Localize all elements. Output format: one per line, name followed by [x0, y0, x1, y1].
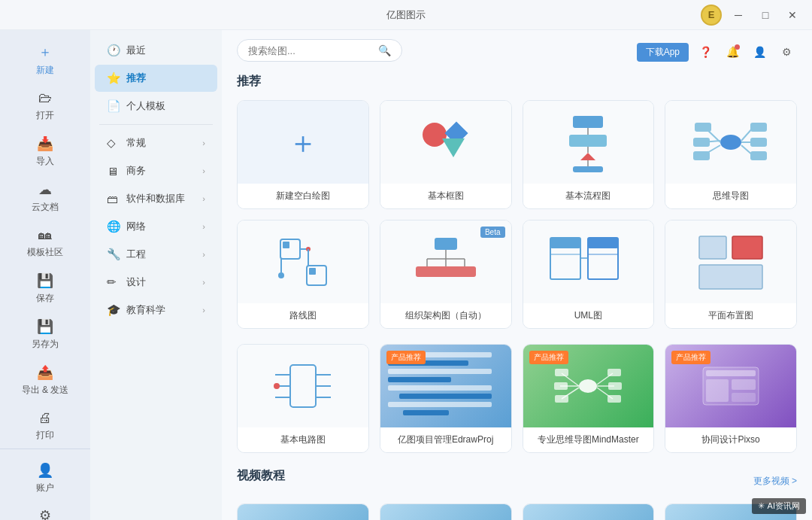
cat-item-engineering[interactable]: 🔧 工程 ›: [95, 241, 217, 268]
svg-rect-75: [732, 379, 756, 390]
video-section-title: 视频教程: [237, 468, 285, 484]
video-card-3[interactable]: ▶: [523, 503, 655, 520]
design-icon: ✏: [107, 275, 120, 289]
template-basic-flow[interactable]: 基本流程图: [523, 100, 655, 209]
svg-rect-20: [750, 138, 767, 147]
settings-icon[interactable]: ⚙: [776, 41, 797, 62]
video-grid: ▶ ▶ ▶ ▶: [237, 503, 797, 520]
template-basic-frame[interactable]: 基本框图: [380, 100, 512, 209]
network-icon: 🌐: [107, 220, 120, 233]
education-icon: 🎓: [107, 303, 120, 317]
flow-svg: [554, 112, 622, 172]
sidebar-item-saveas[interactable]: 💾 另存为: [5, 312, 86, 357]
video-card-1[interactable]: ▶: [237, 503, 369, 520]
sidebar-item-new[interactable]: ＋ 新建: [5, 37, 86, 83]
svg-rect-67: [607, 369, 621, 376]
sidebar-item-open[interactable]: 🗁 打开: [5, 84, 86, 128]
promo-badge-pixso: 产品推荐: [671, 351, 710, 364]
play-icon-2: ▶: [439, 517, 452, 520]
arrow-icon-6: ›: [202, 278, 205, 287]
cat-item-general[interactable]: ◇ 常规 ›: [95, 129, 217, 157]
app-title: 亿图图示: [386, 8, 426, 22]
new-icon: ＋: [38, 43, 52, 61]
flow-label: 基本流程图: [523, 184, 654, 208]
svg-rect-49: [732, 236, 762, 259]
promo-badge-mind: 产品推荐: [529, 351, 568, 364]
arrow-icon-7: ›: [202, 306, 205, 315]
svg-rect-32: [435, 238, 457, 250]
search-icon: 🔍: [378, 44, 391, 56]
cat-item-recent[interactable]: 🕐 最近: [95, 37, 217, 64]
recommend-section-title: 推荐: [237, 74, 797, 90]
cat-item-personal[interactable]: 📄 个人模板: [95, 93, 217, 120]
maximize-button[interactable]: □: [755, 5, 776, 26]
template-mindmaster[interactable]: 产品推荐 专业思维导图MindMaster: [523, 344, 655, 453]
sidebar-item-cloud[interactable]: ☁ 云文档: [5, 175, 86, 220]
user-menu-icon[interactable]: 👤: [749, 41, 770, 62]
mindmaster-thumb: 产品推荐: [523, 345, 654, 427]
cat-item-network[interactable]: 🌐 网络 ›: [95, 213, 217, 240]
svg-rect-48: [699, 236, 726, 259]
cat-item-business[interactable]: 🖥 商务 ›: [95, 157, 217, 184]
svg-rect-63: [554, 382, 568, 390]
more-videos-link[interactable]: 更多视频 >: [753, 475, 797, 488]
sidebar-item-print[interactable]: 🖨 打印: [5, 404, 86, 448]
template-mind-map[interactable]: 思维导图: [665, 100, 797, 209]
floor-svg: [693, 230, 768, 294]
template-grid: ＋ 新建空白绘图 基本框图: [237, 100, 797, 329]
route-thumb: [238, 220, 368, 303]
sidebar-item-import[interactable]: 📥 导入: [5, 129, 86, 174]
template-route[interactable]: 路线图: [237, 220, 369, 329]
cat-item-software[interactable]: 🗃 软件和数据库 ›: [95, 185, 217, 212]
cat-item-design[interactable]: ✏ 设计 ›: [95, 269, 217, 296]
sidebar-item-save[interactable]: 💾 保存: [5, 266, 86, 311]
svg-rect-28: [309, 268, 316, 275]
svg-rect-42: [550, 238, 580, 248]
svg-rect-45: [588, 238, 618, 248]
recommend-icon: ⭐: [107, 71, 120, 85]
user-avatar[interactable]: E: [701, 5, 722, 26]
svg-rect-65: [555, 395, 568, 403]
cat-item-education[interactable]: 🎓 教育科学 ›: [95, 296, 217, 324]
sidebar-item-account[interactable]: 👤 账户: [5, 456, 86, 500]
svg-rect-24: [283, 242, 289, 248]
help-icon[interactable]: ❓: [695, 41, 716, 62]
folder-icon: 🗁: [38, 90, 52, 106]
svg-rect-50: [699, 265, 762, 289]
cat-item-recommend[interactable]: ⭐ 推荐: [95, 65, 217, 92]
search-bar[interactable]: 🔍: [237, 39, 402, 62]
minimize-button[interactable]: ─: [728, 5, 749, 26]
template-floor-plan[interactable]: 平面布置图: [665, 220, 797, 329]
business-icon: 🖥: [107, 165, 120, 178]
uml-thumb: [523, 220, 654, 303]
template-uml[interactable]: UML图: [523, 220, 655, 329]
frame-thumb: [380, 101, 511, 184]
close-button[interactable]: ✕: [782, 5, 803, 26]
svg-rect-73: [706, 370, 756, 376]
route-label: 路线图: [238, 303, 368, 328]
svg-rect-69: [608, 382, 622, 390]
arrow-icon-3: ›: [202, 194, 205, 203]
org-svg: [408, 232, 483, 292]
svg-rect-40: [453, 266, 476, 277]
watermark-icon: ✳: [758, 501, 765, 511]
play-icon-3: ▶: [582, 517, 595, 520]
template-edraw-proj[interactable]: 产品推荐 亿图项目管理EdrawProj: [380, 344, 512, 453]
template-circuit[interactable]: 基本电路图: [237, 344, 369, 453]
svg-rect-3: [573, 116, 603, 128]
sidebar-item-community[interactable]: 🏘 模板社区: [5, 221, 86, 265]
template-new-blank[interactable]: ＋ 新建空白绘图: [237, 100, 369, 209]
floor-label: 平面布置图: [665, 303, 796, 328]
video-card-2[interactable]: ▶: [380, 503, 512, 520]
notification-icon[interactable]: 🔔: [722, 41, 743, 62]
edraw-proj-label: 亿图项目管理EdrawProj: [380, 427, 511, 452]
sidebar-item-export[interactable]: 📤 导出 & 发送: [5, 358, 86, 403]
search-input[interactable]: [248, 45, 378, 56]
sidebar-item-options[interactable]: ⚙ 选项: [5, 501, 86, 520]
template-pixso[interactable]: 产品推荐 协同设计Pixso: [665, 344, 797, 453]
arrow-icon-4: ›: [202, 222, 205, 231]
video-thumb-1: ▶: [238, 504, 368, 520]
template-org-chart[interactable]: Beta 组织架构图（自动）: [380, 220, 512, 329]
options-icon: ⚙: [39, 507, 51, 520]
download-app-button[interactable]: 下载App: [637, 43, 689, 62]
